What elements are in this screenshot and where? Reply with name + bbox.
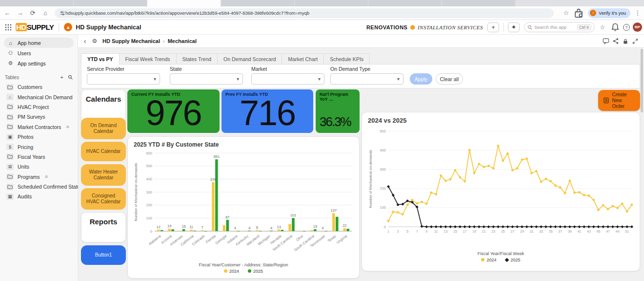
kpi-yoy[interactable]: Nat'l Program YoY … 36.3%	[316, 89, 360, 133]
verify-profile-button[interactable]: ! Verify it's you	[588, 8, 630, 18]
kpi-value: 36.3%	[320, 114, 356, 129]
extensions-icon[interactable]	[573, 8, 584, 19]
sidebar-item-label: Users	[18, 50, 31, 56]
scrollbar[interactable]	[641, 49, 643, 112]
sidebar-table-item[interactable]: Fiscal Years	[4, 152, 74, 162]
svg-text:21: 21	[482, 230, 486, 233]
add-new-button[interactable]: +	[487, 22, 499, 32]
sidebar-table-item[interactable]: ⌂Mechanical On Demand	[4, 92, 74, 102]
tab-schedule-kpis[interactable]: Schedule KPIs	[323, 53, 370, 65]
svg-text:137: 137	[331, 208, 337, 213]
browser-menu-icon[interactable]: ⋮	[632, 8, 643, 19]
address-bar[interactable]: hdsupply.quickbase.com/nav/app/btk6i7k9s…	[55, 8, 554, 18]
browser-tab[interactable]: Mechanical	[147, 0, 221, 6]
tab-ytd-vs-py[interactable]: YTD vs PY	[81, 53, 119, 65]
sidebar-table-item[interactable]: PM Surveys	[4, 112, 74, 122]
filter-select-service-provider[interactable]: ▾	[87, 73, 160, 85]
app-icon[interactable]: ▲	[64, 23, 72, 31]
notifications-bell-icon[interactable]	[610, 22, 620, 32]
calendar-button-consigned-hvac-calendar[interactable]: Consigned HVAC Calendar	[81, 188, 126, 210]
create-order-label: Create New Order	[612, 92, 636, 109]
table-label: PM Surveys	[18, 114, 45, 120]
logo-hd: HD	[16, 23, 27, 31]
forward-icon[interactable]: →	[15, 8, 25, 19]
filter-select-market[interactable]: ▾	[251, 73, 324, 85]
kpi-value: 976	[131, 97, 216, 129]
browser-tab[interactable]: …	[0, 0, 73, 6]
button1[interactable]: Button1	[81, 245, 126, 265]
lock-icon[interactable]	[621, 38, 630, 44]
help-icon[interactable]: ?	[623, 24, 630, 31]
fullscreen-icon[interactable]	[630, 38, 640, 44]
browser-tab[interactable]: Scorecard/East Washington …	[221, 0, 294, 6]
sidebar-table-item[interactable]: $Pricing	[4, 142, 74, 151]
table-label: Market Contractors	[18, 124, 61, 130]
reports-title: Reports	[81, 213, 125, 226]
chevron-down-icon: ▾	[397, 76, 400, 82]
pipelines-button[interactable]: ✦	[508, 22, 520, 32]
tab-states-trend[interactable]: States Trend	[176, 53, 218, 65]
collapse-sidebar-icon[interactable]: ‹	[80, 37, 90, 45]
reports-card[interactable]: Reports	[81, 212, 126, 242]
user-avatar[interactable]: RP	[633, 22, 642, 32]
hdsupply-logo[interactable]: HDSUPPLY	[16, 23, 54, 31]
sidebar-table-item[interactable]: ▣Photos	[4, 132, 74, 142]
hidden-icon: ⊘	[45, 174, 48, 179]
breadcrumb-app-link[interactable]: HD Supply Mechanical	[102, 38, 160, 44]
svg-text:200: 200	[146, 203, 152, 207]
browser-tab[interactable]: Service Provider Compliance …	[74, 0, 147, 6]
svg-text:29: 29	[520, 230, 524, 233]
apply-button[interactable]: Apply	[410, 73, 432, 85]
calendar-button-on-demand-calendar[interactable]: On Demand Calendar	[81, 118, 126, 139]
table-icon: ▦	[6, 194, 14, 200]
favorites-star-icon[interactable]: ☆	[598, 22, 607, 32]
filter-label: State	[170, 66, 243, 72]
calendar-button-water-heater-calendar[interactable]: Water Heater Calendar	[81, 164, 126, 186]
svg-text:300: 300	[380, 167, 386, 172]
browser-tab[interactable]: Trends & Analysis - Washi…	[295, 0, 368, 6]
filter-select-state[interactable]: ▾	[170, 73, 243, 85]
site-info-icon[interactable]	[60, 10, 65, 16]
svg-text:4: 4	[248, 226, 250, 230]
sidebar-table-item[interactable]: Scheduled Confirmed Status	[4, 182, 74, 192]
page-settings-gear-icon[interactable]: ⚙	[90, 38, 100, 44]
refresh-icon[interactable]: ⟳	[27, 8, 38, 19]
line-chart: 0100200300400500Number of Mechanical on-…	[367, 126, 635, 249]
sidebar-item-app-settings[interactable]: ⚙ App settings	[4, 58, 74, 68]
back-icon[interactable]: ←	[2, 8, 13, 19]
kpi-prev-fy[interactable]: Prev FY Installs YTD 716	[221, 89, 313, 133]
search-tables-icon[interactable]	[68, 75, 73, 80]
sidebar-table-item[interactable]: Customers	[4, 82, 74, 92]
tab-fiscal-week-trends[interactable]: Fiscal Week Trends	[119, 53, 176, 65]
filter-select-on-demand-type[interactable]: ▾	[330, 73, 403, 85]
sidebar-table-item[interactable]: ▦Audits	[4, 192, 74, 201]
sidebar-item-label: App settings	[18, 61, 46, 66]
create-new-order-button[interactable]: Create New Order	[598, 90, 640, 111]
search-placeholder: Search this app	[534, 24, 577, 30]
add-table-icon[interactable]: +	[60, 74, 63, 80]
share-icon[interactable]	[611, 38, 621, 44]
browser-tab[interactable]: License Management - Washi…	[368, 0, 442, 6]
feedback-icon[interactable]	[601, 38, 611, 44]
logo-supply: SUPPLY	[27, 23, 54, 31]
tab-market-chart[interactable]: Market Chart	[282, 53, 323, 65]
home-icon: ⌂	[7, 40, 14, 46]
sidebar-table-item[interactable]: Programs⊘	[4, 172, 74, 182]
kpi-current-fy[interactable]: Current FY Installs YTD 976	[127, 89, 220, 133]
waffle-menu-icon[interactable]	[5, 24, 12, 31]
bookmark-star-icon[interactable]: ☆	[561, 8, 571, 19]
sidebar-table-item[interactable]: Market Contractors⊘	[4, 122, 74, 132]
bar-chart-title: 2025 YTD # By Customer State	[128, 137, 359, 148]
browser-home-icon[interactable]: ⌂	[40, 8, 51, 19]
legend-2025: 2025	[511, 258, 521, 262]
clear-all-button[interactable]: Clear all	[436, 73, 463, 85]
sidebar-table-item[interactable]: HVAC Project	[4, 102, 74, 112]
tab-on-demand-scorecard[interactable]: On Demand Scorecard	[217, 53, 282, 65]
sidebar-item-users[interactable]: ⚇ Users	[4, 48, 74, 58]
sidebar-table-item[interactable]: ⊞Units	[4, 162, 74, 172]
browser-tab[interactable]: Regular Business	[442, 0, 515, 6]
svg-text:100: 100	[380, 205, 386, 210]
calendar-button-hvac-calendar[interactable]: HVAC Calendar	[81, 142, 126, 161]
app-search-input[interactable]: Search this app Ctrl K	[524, 22, 595, 32]
sidebar-item-app-home[interactable]: ⌂ App home	[4, 38, 74, 48]
